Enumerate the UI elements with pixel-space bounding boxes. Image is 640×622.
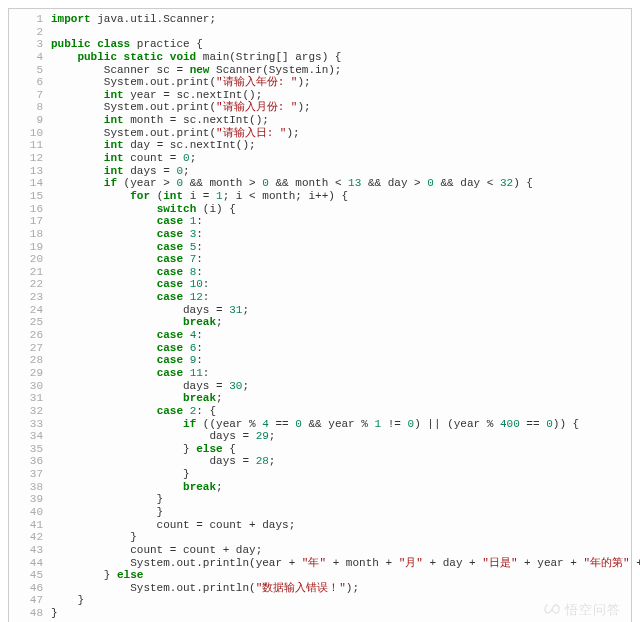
line-number: 20	[9, 253, 51, 266]
line-content: case 11:	[51, 367, 631, 380]
line-number: 25	[9, 316, 51, 329]
line-number: 10	[9, 127, 51, 140]
code-line: 36 days = 28;	[9, 455, 631, 468]
line-number: 16	[9, 203, 51, 216]
code-line: 5 Scanner sc = new Scanner(System.in);	[9, 64, 631, 77]
code-line: 47 }	[9, 594, 631, 607]
watermark-text: 悟空问答	[565, 602, 621, 617]
line-content: }	[51, 531, 631, 544]
line-content: break;	[51, 481, 631, 494]
code-line: 21 case 8:	[9, 266, 631, 279]
line-number: 35	[9, 443, 51, 456]
line-number: 21	[9, 266, 51, 279]
code-line: 42 }	[9, 531, 631, 544]
line-number: 4	[9, 51, 51, 64]
line-content: switch (i) {	[51, 203, 631, 216]
code-line: 8 System.out.print("请输入月份: ");	[9, 101, 631, 114]
code-line: 26 case 4:	[9, 329, 631, 342]
line-number: 46	[9, 582, 51, 595]
line-number: 3	[9, 38, 51, 51]
code-line: 22 case 10:	[9, 278, 631, 291]
line-number: 44	[9, 557, 51, 570]
line-content: case 7:	[51, 253, 631, 266]
line-content: case 5:	[51, 241, 631, 254]
code-line: 14 if (year > 0 && month > 0 && month < …	[9, 177, 631, 190]
line-content: break;	[51, 316, 631, 329]
line-content: public class practice {	[51, 38, 631, 51]
line-content: for (int i = 1; i < month; i++) {	[51, 190, 631, 203]
code-line: 16 switch (i) {	[9, 203, 631, 216]
line-content: case 4:	[51, 329, 631, 342]
code-line: 18 case 3:	[9, 228, 631, 241]
line-number: 36	[9, 455, 51, 468]
code-line: 27 case 6:	[9, 342, 631, 355]
code-line: 30 days = 30;	[9, 380, 631, 393]
line-number: 12	[9, 152, 51, 165]
line-content: count = count + day;	[51, 544, 631, 557]
line-content: days = 29;	[51, 430, 631, 443]
code-line: 35 } else {	[9, 443, 631, 456]
line-content: int day = sc.nextInt();	[51, 139, 631, 152]
code-line: 41 count = count + days;	[9, 519, 631, 532]
code-line: 43 count = count + day;	[9, 544, 631, 557]
code-line: 24 days = 31;	[9, 304, 631, 317]
line-content: if (year > 0 && month > 0 && month < 13 …	[51, 177, 631, 190]
code-line: 29 case 11:	[9, 367, 631, 380]
code-line: 13 int days = 0;	[9, 165, 631, 178]
line-number: 32	[9, 405, 51, 418]
code-lines: 1import java.util.Scanner;23public class…	[9, 13, 631, 620]
line-number: 48	[9, 607, 51, 620]
line-number: 24	[9, 304, 51, 317]
code-line: 34 days = 29;	[9, 430, 631, 443]
line-number: 41	[9, 519, 51, 532]
line-content: System.out.println(year + "年" + month + …	[51, 557, 640, 570]
line-number: 1	[9, 13, 51, 26]
line-number: 28	[9, 354, 51, 367]
line-content: }	[51, 506, 631, 519]
watermark: 悟空问答	[544, 603, 621, 618]
infinity-icon	[544, 603, 560, 618]
code-line: 28 case 9:	[9, 354, 631, 367]
line-number: 40	[9, 506, 51, 519]
line-content: } else {	[51, 443, 631, 456]
line-content: System.out.println("数据输入错误！");	[51, 582, 631, 595]
line-content: case 6:	[51, 342, 631, 355]
code-line: 19 case 5:	[9, 241, 631, 254]
line-number: 38	[9, 481, 51, 494]
line-number: 42	[9, 531, 51, 544]
line-number: 8	[9, 101, 51, 114]
code-line: 2	[9, 26, 631, 39]
code-line: 45 } else	[9, 569, 631, 582]
line-number: 15	[9, 190, 51, 203]
line-content: } else	[51, 569, 631, 582]
code-line: 10 System.out.print("请输入日: ");	[9, 127, 631, 140]
line-number: 29	[9, 367, 51, 380]
line-content: }	[51, 468, 631, 481]
line-number: 31	[9, 392, 51, 405]
line-content: System.out.print("请输入年份: ");	[51, 76, 631, 89]
line-content: case 9:	[51, 354, 631, 367]
line-content: case 8:	[51, 266, 631, 279]
line-content: Scanner sc = new Scanner(System.in);	[51, 64, 631, 77]
code-line: 23 case 12:	[9, 291, 631, 304]
line-number: 33	[9, 418, 51, 431]
line-number: 13	[9, 165, 51, 178]
line-number: 5	[9, 64, 51, 77]
code-line: 1import java.util.Scanner;	[9, 13, 631, 26]
line-number: 9	[9, 114, 51, 127]
line-content: }	[51, 493, 631, 506]
line-number: 34	[9, 430, 51, 443]
code-line: 37 }	[9, 468, 631, 481]
line-content: case 12:	[51, 291, 631, 304]
code-line: 6 System.out.print("请输入年份: ");	[9, 76, 631, 89]
line-number: 18	[9, 228, 51, 241]
code-line: 25 break;	[9, 316, 631, 329]
line-number: 37	[9, 468, 51, 481]
line-number: 23	[9, 291, 51, 304]
line-content: days = 30;	[51, 380, 631, 393]
line-number: 22	[9, 278, 51, 291]
code-line: 38 break;	[9, 481, 631, 494]
code-block: 1import java.util.Scanner;23public class…	[8, 8, 632, 622]
code-line: 39 }	[9, 493, 631, 506]
line-content: if ((year % 4 == 0 && year % 1 != 0) || …	[51, 418, 631, 431]
